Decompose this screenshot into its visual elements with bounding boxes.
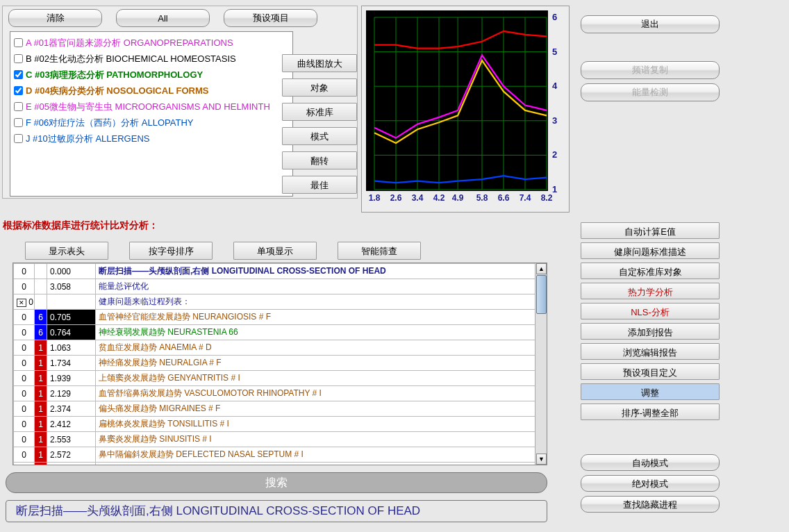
clear-button[interactable]: 清除 bbox=[8, 9, 102, 27]
right-analysis-column: 自动计算E值健康问题标准描述自定标准库对象热力学分析NLS-分析添加到报告浏览编… bbox=[581, 222, 720, 424]
analysis-label: E #05微生物与寄生虫 MICROORGANISMS AND HELMINTH bbox=[26, 101, 270, 113]
mid-button-5[interactable]: 最佳 bbox=[282, 176, 357, 194]
right-analysis-button-4[interactable]: NLS-分析 bbox=[581, 303, 720, 319]
footer-title: 断层扫描——头颅纵剖面,右侧 LONGITUDINAL CROSS-SECTIO… bbox=[6, 500, 547, 522]
table-toolbar-button-3[interactable]: 智能筛查 bbox=[338, 242, 421, 260]
table-row[interactable]: 012.618强迫性神经官能症发展趋势 OBSESSIVE-COMPALSIVE… bbox=[14, 463, 547, 466]
right-analysis-button-6[interactable]: 浏览编辑报告 bbox=[581, 343, 720, 360]
analysis-item-D[interactable]: D #04疾病分类分析 NOSOLOGICAL FORMS bbox=[12, 83, 291, 99]
analysis-item-J[interactable]: J #10过敏原分析 ALLERGENS bbox=[12, 131, 291, 147]
analysis-item-F[interactable]: F #06对症疗法（西药）分析 ALLOPATHY bbox=[12, 115, 291, 131]
data-table[interactable]: 00.000断层扫描——头颅纵剖面,右侧 LONGITUDINAL CROSS-… bbox=[13, 263, 547, 465]
svg-text:2: 2 bbox=[552, 149, 557, 160]
chart-panel: 1234561.82.63.44.24.95.86.67.48.2 bbox=[361, 6, 570, 213]
svg-text:4: 4 bbox=[552, 81, 558, 91]
right-analysis-button-5[interactable]: 添加到报告 bbox=[581, 323, 720, 340]
svg-text:5.8: 5.8 bbox=[476, 193, 488, 203]
analysis-label: J #10过敏原分析 ALLERGENS bbox=[26, 133, 149, 145]
energy-detect-button[interactable]: 能量检测 bbox=[581, 83, 720, 101]
table-row[interactable]: 00.000断层扫描——头颅纵剖面,右侧 LONGITUDINAL CROSS-… bbox=[14, 264, 547, 279]
svg-text:3: 3 bbox=[552, 115, 557, 126]
table-row[interactable]: ✕ 0健康问题来临过程列表： bbox=[14, 294, 547, 310]
search-input[interactable]: 搜索 bbox=[6, 472, 547, 493]
mid-button-1[interactable]: 对象 bbox=[282, 78, 357, 97]
table-row[interactable]: 011.734神经痛发展趋势 NEURALGIA # F bbox=[14, 356, 547, 371]
scroll-down-arrow[interactable]: ▼ bbox=[536, 454, 547, 465]
table-row[interactable]: 011.063贫血症发展趋势 ANAEMIA # D bbox=[14, 340, 547, 356]
table-row[interactable]: 012.129血管舒缩鼻病发展趋势 VASCULOMOTOR RHINOPATH… bbox=[14, 386, 547, 401]
svg-text:5: 5 bbox=[552, 47, 557, 57]
table-row[interactable]: 03.058能量总评优化 bbox=[14, 279, 547, 294]
table-row[interactable]: 012.553鼻窦炎发展趋势 SINUSITIS # I bbox=[14, 432, 547, 447]
right-bottom-column: 自动模式绝对模式查找隐藏进程 bbox=[581, 454, 720, 517]
svg-text:2.6: 2.6 bbox=[390, 193, 402, 203]
analysis-label: B #02生化动态分析 BIOCHEMICAL HOMEOSTASIS bbox=[26, 53, 236, 65]
right-analysis-button-1[interactable]: 健康问题标准描述 bbox=[581, 242, 720, 259]
svg-text:8.2: 8.2 bbox=[541, 193, 553, 203]
table-scrollbar[interactable]: ▲ ▼ bbox=[535, 263, 547, 465]
svg-text:4.2: 4.2 bbox=[433, 193, 445, 203]
svg-text:3.4: 3.4 bbox=[412, 193, 424, 203]
right-analysis-button-3[interactable]: 热力学分析 bbox=[581, 283, 720, 299]
mid-button-3[interactable]: 模式 bbox=[282, 127, 357, 145]
right-bottom-button-2[interactable]: 查找隐藏进程 bbox=[581, 496, 720, 513]
exit-button[interactable]: 退出 bbox=[581, 15, 720, 33]
preset-button[interactable]: 预设项目 bbox=[224, 9, 317, 27]
right-analysis-button-0[interactable]: 自动计算E值 bbox=[581, 222, 720, 239]
table-toolbar: 显示表头按字母排序单项显示智能筛查 bbox=[25, 242, 421, 260]
table-row[interactable]: 060.764神经衰弱发展趋势 NEURASTENIA 66 bbox=[14, 325, 547, 340]
analysis-checkbox-C[interactable] bbox=[14, 70, 23, 79]
table-row[interactable]: 012.374偏头痛发展趋势 MIGRAINES # F bbox=[14, 401, 547, 417]
spectrum-copy-button[interactable]: 频谱复制 bbox=[581, 61, 720, 79]
analysis-label: C #03病理形态分析 PATHOMORPHOLOGY bbox=[26, 69, 203, 81]
chart-plot: 1234561.82.63.44.24.95.86.67.48.2 bbox=[366, 10, 566, 206]
section-caption: 根据标准数据库进行统计比对分析： bbox=[3, 219, 158, 232]
table-row[interactable]: 012.572鼻中隔偏斜发展趋势 DEFLECTED NASAL SEPTUM … bbox=[14, 447, 547, 463]
right-analysis-button-9[interactable]: 排序-调整全部 bbox=[581, 404, 720, 420]
right-top-column: 退出 频谱复制 能量检测 bbox=[581, 15, 720, 106]
svg-text:1: 1 bbox=[552, 184, 557, 194]
svg-rect-2 bbox=[548, 10, 566, 206]
analysis-checkbox-B[interactable] bbox=[14, 54, 23, 63]
right-analysis-button-8[interactable]: 调整 bbox=[581, 383, 720, 400]
analysis-checkbox-F[interactable] bbox=[14, 118, 23, 127]
table-row[interactable]: 012.412扁桃体炎发展趋势 TONSILLITIS # I bbox=[14, 417, 547, 432]
svg-text:4.9: 4.9 bbox=[452, 193, 464, 203]
table-toolbar-button-0[interactable]: 显示表头 bbox=[25, 242, 108, 260]
analysis-checkbox-J[interactable] bbox=[14, 134, 23, 143]
svg-text:1.8: 1.8 bbox=[369, 193, 381, 203]
mid-button-4[interactable]: 翻转 bbox=[282, 151, 357, 169]
analysis-item-A[interactable]: A #01器官问题来源分析 ORGANOPREPARATIONS bbox=[12, 35, 291, 51]
mid-button-2[interactable]: 标准库 bbox=[282, 103, 357, 121]
svg-text:6: 6 bbox=[552, 12, 557, 22]
analysis-checkbox-A[interactable] bbox=[14, 38, 23, 47]
analysis-item-C[interactable]: C #03病理形态分析 PATHOMORPHOLOGY bbox=[12, 67, 291, 83]
analysis-checkbox-D[interactable] bbox=[14, 86, 23, 95]
analysis-label: A #01器官问题来源分析 ORGANOPREPARATIONS bbox=[26, 37, 233, 49]
table-row[interactable]: 011.939上颌窦炎发展趋势 GENYANTRITIS # I bbox=[14, 371, 547, 386]
svg-text:6.6: 6.6 bbox=[498, 193, 510, 203]
table-toolbar-button-2[interactable]: 单项显示 bbox=[233, 242, 317, 260]
analysis-label: D #04疾病分类分析 NOSOLOGICAL FORMS bbox=[26, 85, 208, 97]
analysis-item-B[interactable]: B #02生化动态分析 BIOCHEMICAL HOMEOSTASIS bbox=[12, 51, 291, 67]
analysis-item-E[interactable]: E #05微生物与寄生虫 MICROORGANISMS AND HELMINTH bbox=[12, 99, 291, 115]
analysis-checkbox-E[interactable] bbox=[14, 102, 23, 111]
analysis-list[interactable]: A #01器官问题来源分析 ORGANOPREPARATIONSB #02生化动… bbox=[10, 31, 293, 197]
all-button[interactable]: All bbox=[116, 9, 210, 27]
right-bottom-button-1[interactable]: 绝对模式 bbox=[581, 475, 720, 492]
table-row[interactable]: 060.705血管神经官能症发展趋势 NEURANGIOSIS # F bbox=[14, 310, 547, 325]
scroll-up-arrow[interactable]: ▲ bbox=[536, 263, 547, 274]
right-analysis-button-2[interactable]: 自定标准库对象 bbox=[581, 263, 720, 279]
right-analysis-button-7[interactable]: 预设项目定义 bbox=[581, 363, 720, 380]
svg-text:7.4: 7.4 bbox=[520, 193, 531, 203]
scroll-thumb[interactable] bbox=[536, 275, 547, 314]
analysis-label: F #06对症疗法（西药）分析 ALLOPATHY bbox=[26, 117, 194, 129]
mid-button-0[interactable]: 曲线图放大 bbox=[282, 54, 357, 72]
right-bottom-button-0[interactable]: 自动模式 bbox=[581, 454, 720, 471]
mid-button-column: 曲线图放大对象标准库模式翻转最佳 bbox=[282, 54, 357, 200]
table-toolbar-button-1[interactable]: 按字母排序 bbox=[129, 242, 213, 260]
